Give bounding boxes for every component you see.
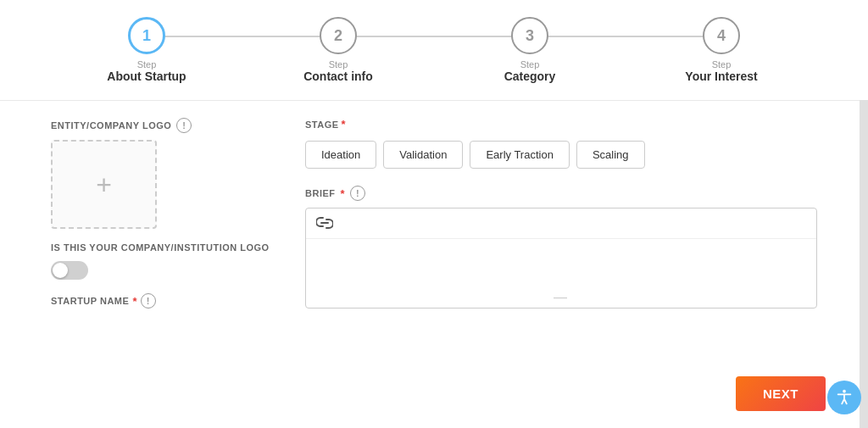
stage-btn-ideation[interactable]: Ideation: [305, 141, 376, 169]
entity-logo-label: ENTITY/COMPANY LOGO !: [51, 118, 271, 133]
left-column: ENTITY/COMPANY LOGO ! + IS THIS YOUR COM…: [51, 118, 271, 308]
step-4-label: Step Your Interest: [685, 59, 757, 83]
step-1-circle: 1: [128, 17, 165, 54]
brief-editor[interactable]: —: [305, 208, 817, 308]
startup-name-label: STARTUP NAME * !: [51, 293, 271, 308]
step-3-item: 3 Step Category: [434, 17, 626, 83]
step-4-circle: 4: [703, 17, 740, 54]
stage-btn-early-traction[interactable]: Early Traction: [470, 141, 569, 169]
stage-btn-validation[interactable]: Validation: [383, 141, 463, 169]
right-column: STAGE * Ideation Validation Early Tracti…: [305, 118, 817, 308]
logo-info-icon[interactable]: !: [176, 118, 192, 133]
main-container: 1 Step About Startup 2 Step Contact info…: [0, 0, 868, 428]
svg-point-1: [843, 390, 846, 393]
plus-icon: +: [96, 171, 112, 198]
company-logo-toggle[interactable]: [51, 261, 88, 280]
next-button[interactable]: NEXT: [736, 376, 826, 411]
stage-buttons: Ideation Validation Early Traction Scali…: [305, 141, 817, 169]
brief-content[interactable]: [306, 239, 816, 290]
logo-section: ENTITY/COMPANY LOGO ! +: [51, 118, 271, 229]
startup-name-info-icon[interactable]: !: [141, 293, 156, 308]
step-4-item: 4 Step Your Interest: [626, 17, 817, 83]
stage-btn-scaling[interactable]: Scaling: [576, 141, 645, 169]
brief-info-icon[interactable]: !: [350, 186, 365, 201]
stepper: 1 Step About Startup 2 Step Contact info…: [0, 0, 868, 100]
stage-label: STAGE *: [305, 118, 817, 131]
startup-name-required: *: [132, 295, 137, 308]
step-2-circle: 2: [320, 17, 357, 54]
content-area: ENTITY/COMPANY LOGO ! + IS THIS YOUR COM…: [0, 109, 868, 317]
brief-required: *: [341, 187, 346, 200]
resize-handle[interactable]: —: [306, 290, 816, 308]
divider: [0, 100, 868, 101]
resize-dots: —: [554, 290, 569, 305]
step-2-label: Step Contact info: [303, 59, 373, 83]
company-logo-label: IS THIS YOUR COMPANY/INSTITUTION LOGO: [51, 242, 271, 253]
brief-label: BRIEF * !: [305, 186, 817, 201]
stage-required: *: [342, 118, 347, 131]
step-2-item: 2 Step Contact info: [242, 17, 434, 83]
toggle-thumb: [53, 263, 68, 278]
step-3-circle: 3: [511, 17, 548, 54]
step-1-label: Step About Startup: [107, 59, 186, 83]
step-3-label: Step Category: [504, 59, 556, 83]
brief-toolbar: [306, 208, 816, 239]
accessibility-button[interactable]: [827, 381, 861, 414]
logo-upload-box[interactable]: +: [51, 140, 157, 229]
link-icon[interactable]: [313, 214, 337, 232]
step-1-item: 1 Step About Startup: [51, 17, 242, 83]
